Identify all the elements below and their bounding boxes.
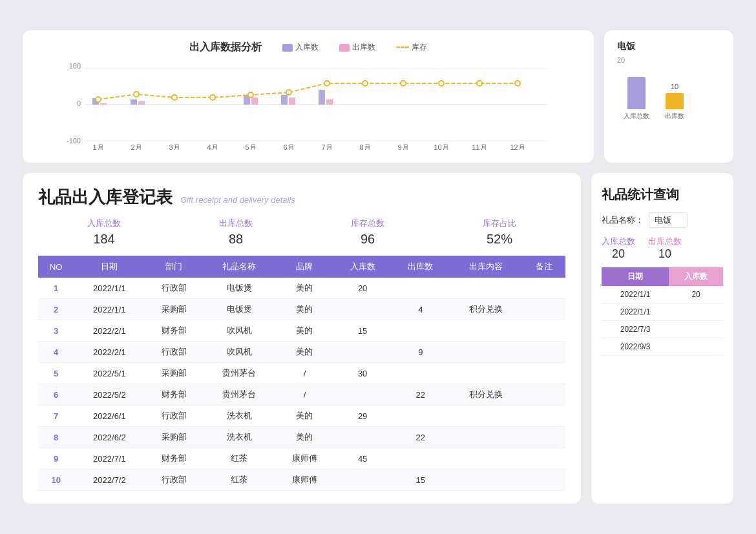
bar-out-5 [251, 98, 258, 105]
table-row: 42022/2/1行政部吹风机美的9 [38, 342, 565, 363]
table-cell: 2022/1/1 [74, 278, 145, 299]
table-cell: 红茶 [203, 469, 276, 491]
stat-stock-label: 库存总数 [302, 218, 434, 229]
legend-out-label: 出库数 [352, 42, 375, 53]
table-cell: 4 [38, 342, 74, 363]
stat-in-label: 入库总数 [38, 218, 170, 229]
table-cell: 洗衣机 [203, 427, 276, 448]
table-row: 92022/7/1财务部红茶康师傅45 [38, 448, 565, 469]
th-in: 入库数 [333, 256, 392, 278]
table-cell [392, 320, 450, 342]
right-mini-bars: 入库总数 10 出库数 [617, 69, 720, 121]
stock-dot-4 [210, 95, 215, 100]
table-cell: 美的 [276, 406, 334, 427]
table-cell [333, 342, 392, 363]
table-cell: 20 [333, 278, 392, 299]
table-cell [333, 299, 392, 320]
table-cell: 行政部 [145, 342, 203, 363]
stat-ratio-label: 库存占比 [434, 218, 565, 229]
top-section: 出入库数据分析 入库数 出库数 库存 100 [23, 30, 733, 163]
right-panel-title: 礼品统计查询 [602, 186, 723, 203]
table-row: 12022/1/1行政部电饭煲美的20 [38, 278, 565, 299]
gift-name-row: 礼品名称： 电饭 [602, 212, 723, 228]
stats-row: 入库总数 184 出库总数 88 库存总数 96 库存占比 52% [38, 218, 565, 247]
stock-dot-9 [401, 81, 406, 86]
table-cell: 29 [333, 406, 392, 427]
month-10: 10月 [434, 143, 448, 150]
table-cell: 美的 [276, 278, 334, 299]
table-cell: 行政部 [145, 278, 203, 299]
table-cell [522, 363, 565, 384]
gift-name-label: 礼品名称： [602, 214, 644, 226]
table-cell: 2022/6/2 [74, 427, 145, 448]
table-cell: / [276, 384, 334, 406]
table-row: 62022/5/2财务部贵州茅台/22积分兑换 [38, 384, 565, 406]
table-cell [392, 406, 450, 427]
right-table-cell: 2022/9/3 [602, 338, 669, 356]
month-11: 11月 [472, 143, 487, 150]
right-table-row: 2022/7/3 [602, 321, 723, 338]
right-panel: 礼品统计查询 礼品名称： 电饭 入库总数 20 出库总数 10 日期 [591, 173, 733, 504]
stock-dot-8 [362, 81, 368, 86]
month-8: 8月 [359, 143, 370, 150]
right-table-cell [669, 303, 723, 321]
right-table-cell: 2022/1/1 [602, 286, 669, 303]
table-cell [392, 278, 450, 299]
stock-dot-3 [172, 95, 177, 100]
table-cell: 1 [38, 278, 74, 299]
right-table-cell [669, 338, 723, 356]
th-remark: 备注 [522, 256, 565, 278]
bar-in [627, 77, 646, 109]
table-cell: 2022/2/1 [74, 320, 145, 342]
table-cell [392, 448, 450, 469]
legend-stock-label: 库存 [412, 42, 427, 53]
table-cell: 积分兑换 [450, 384, 523, 406]
month-2: 2月 [131, 143, 142, 150]
page-container: 出入库数据分析 入库数 出库数 库存 100 [23, 30, 733, 504]
table-cell [333, 427, 392, 448]
bar-out-6 [289, 98, 295, 105]
table-cell: 红茶 [203, 448, 276, 469]
panel-title-zh: 礼品出入库登记表 [38, 186, 173, 209]
legend-out: 出库数 [339, 42, 375, 53]
table-cell: 2022/6/1 [74, 406, 145, 427]
month-12: 12月 [510, 143, 525, 150]
table-cell: 9 [392, 342, 450, 363]
main-chart-card: 出入库数据分析 入库数 出库数 库存 100 [23, 30, 594, 163]
table-row: 82022/6/2采购部洗衣机美的22 [38, 427, 565, 448]
table-cell: 采购部 [145, 427, 203, 448]
table-cell [522, 278, 565, 299]
table-cell: 5 [38, 363, 74, 384]
table-cell [522, 427, 565, 448]
table-header-row: NO 日期 部门 礼品名称 品牌 入库数 出库数 出库内容 备注 [38, 256, 565, 278]
right-stats-row: 入库总数 20 出库总数 10 [602, 236, 723, 261]
legend-out-box [339, 44, 350, 52]
table-cell: 美的 [276, 299, 334, 320]
right-table-row: 2022/1/120 [602, 286, 723, 303]
chart-title-row: 出入库数据分析 入库数 出库数 库存 [36, 41, 581, 54]
table-cell: 贵州茅台 [203, 363, 276, 384]
right-out-value: 10 [648, 247, 682, 261]
month-6: 6月 [283, 143, 294, 150]
table-cell: 积分兑换 [450, 299, 523, 320]
table-row: 102022/7/2行政部红茶康师傅15 [38, 469, 565, 491]
right-small-chart: 电饭 20 入库总数 10 出库数 [604, 30, 733, 163]
legend-stock-line [396, 46, 409, 48]
svg-text:100: 100 [69, 62, 81, 70]
gift-name-value: 电饭 [649, 212, 688, 228]
table-cell: 采购部 [145, 299, 203, 320]
table-cell [450, 278, 523, 299]
table-cell: 2 [38, 299, 74, 320]
table-cell: 2022/2/1 [74, 342, 145, 363]
bar-out-7 [326, 99, 333, 105]
chart-main-title: 出入库数据分析 [189, 41, 262, 54]
table-cell: 行政部 [145, 469, 203, 491]
month-1: 1月 [92, 143, 103, 150]
bar-in-6 [281, 95, 288, 105]
table-cell: 财务部 [145, 384, 203, 406]
month-5: 5月 [245, 143, 256, 150]
month-9: 9月 [397, 143, 408, 150]
table-cell [333, 384, 392, 406]
stock-dot-11 [477, 81, 482, 86]
stock-dot-12 [515, 81, 520, 86]
